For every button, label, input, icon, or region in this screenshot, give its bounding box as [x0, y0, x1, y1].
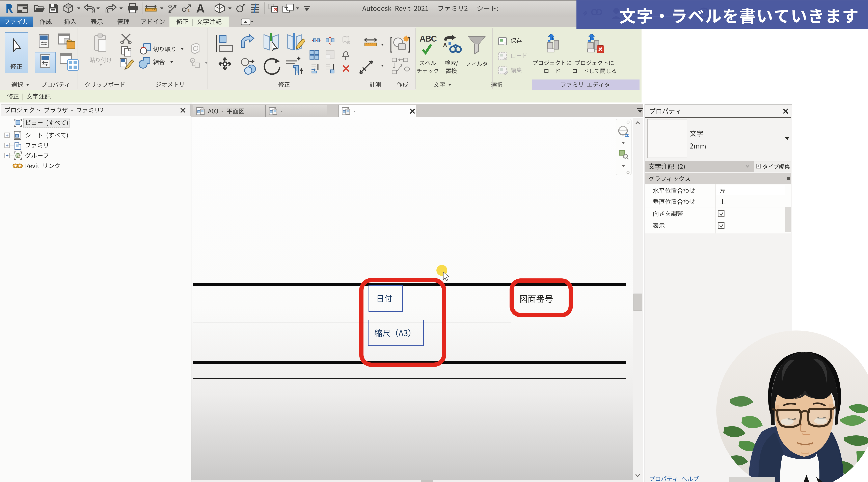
svg-text:ABC: ABC	[420, 35, 437, 44]
svg-text:A: A	[196, 3, 205, 14]
svg-text:2D: 2D	[625, 133, 629, 138]
svg-text:A: A	[443, 42, 447, 49]
svg-text:1: 1	[187, 8, 190, 13]
